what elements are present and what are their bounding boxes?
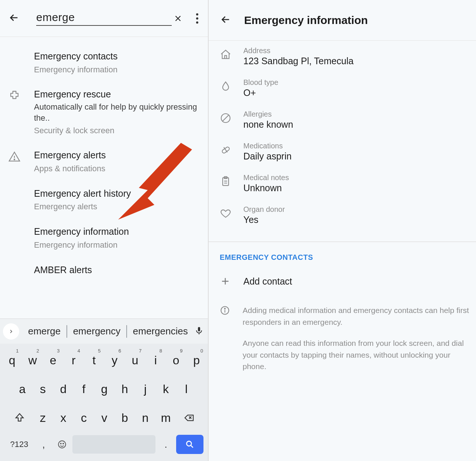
shift-key[interactable] (7, 403, 32, 432)
section-emergency-contacts: EMERGENCY CONTACTS (209, 253, 476, 262)
info-address[interactable]: Address 123 Sandbag Pl, Temecula (209, 41, 476, 72)
info-medical-notes[interactable]: Medical notes Unknown (209, 168, 476, 199)
search-header: emerge (0, 0, 208, 37)
result-emergency-information[interactable]: Emergency information Emergency informat… (0, 219, 208, 257)
key-l[interactable]: l (176, 375, 197, 403)
info-label: Blood type (243, 78, 465, 87)
svg-point-3 (58, 441, 66, 448)
svg-point-6 (186, 441, 191, 446)
key-e[interactable]: e3 (43, 346, 64, 375)
result-sub: Emergency information (34, 64, 200, 75)
clear-icon[interactable] (172, 14, 184, 23)
backspace-key[interactable] (176, 403, 202, 432)
hint-block: Adding medical information and emergency… (209, 293, 476, 382)
result-title: AMBER alerts (34, 264, 200, 276)
info-medications[interactable]: Medications Daily asprin (209, 136, 476, 168)
svg-point-5 (63, 443, 64, 444)
key-q[interactable]: q1 (2, 346, 23, 375)
no-icon (220, 110, 243, 125)
period-key[interactable]: . (158, 439, 174, 450)
key-z[interactable]: z (32, 403, 53, 432)
medical-icon (8, 88, 34, 102)
result-alert-history[interactable]: Emergency alert history Emergency alerts (0, 181, 208, 219)
svg-rect-2 (198, 327, 200, 331)
key-a[interactable]: a (12, 375, 33, 403)
heart-icon (220, 205, 243, 221)
key-p[interactable]: p0 (186, 346, 207, 375)
key-g[interactable]: g (94, 375, 115, 403)
key-x[interactable]: x (53, 403, 74, 432)
info-allergies[interactable]: Allergies none known (209, 104, 476, 136)
space-key[interactable] (72, 435, 155, 454)
comma-key[interactable]: , (35, 439, 52, 450)
info-label: Organ donor (243, 205, 465, 214)
result-sub: Security & lock screen (34, 125, 200, 136)
back-icon[interactable] (8, 12, 20, 25)
svg-point-0 (14, 159, 15, 160)
info-value: Unknown (243, 183, 465, 193)
search-input[interactable]: emerge (36, 11, 172, 26)
key-d[interactable]: d (53, 375, 74, 403)
info-value: O+ (243, 87, 465, 98)
info-label: Allergies (243, 110, 465, 118)
more-icon[interactable] (193, 13, 201, 24)
info-label: Medications (243, 142, 465, 150)
emergency-info-pane: Emergency information Address 123 Sandba… (209, 0, 476, 461)
hint-text-1: Adding medical information and emergency… (243, 305, 471, 328)
key-i[interactable]: i8 (145, 346, 166, 375)
key-k[interactable]: k (155, 375, 176, 403)
info-value: 123 Sandbag Pl, Temecula (243, 56, 465, 66)
key-row-2: a s d f g h j k l (1, 375, 207, 403)
key-y[interactable]: y6 (105, 346, 125, 375)
key-b[interactable]: b (114, 403, 135, 432)
suggestion-3[interactable]: emergencies (127, 324, 194, 338)
key-row-4: ?123 , . (1, 432, 207, 458)
search-key[interactable] (176, 435, 203, 454)
key-w[interactable]: w2 (23, 346, 43, 375)
key-r[interactable]: r4 (64, 346, 84, 375)
key-j[interactable]: j (135, 375, 156, 403)
result-emergency-contacts[interactable]: Emergency contacts Emergency information (0, 44, 208, 82)
key-u[interactable]: u7 (125, 346, 145, 375)
info-label: Medical notes (243, 173, 465, 182)
key-h[interactable]: h (114, 375, 135, 403)
result-title: Emergency alert history (34, 188, 200, 200)
key-o[interactable]: o9 (166, 346, 186, 375)
result-title: Emergency information (34, 226, 200, 238)
result-title: Emergency contacts (34, 50, 200, 63)
settings-search-pane: emerge Emergency contacts Emergency info… (0, 0, 209, 461)
svg-point-12 (225, 308, 225, 309)
keyboard: emerge emergency emergencies q1 w2 e3 r4… (0, 319, 209, 461)
symbols-key[interactable]: ?123 (5, 440, 33, 449)
info-value: none known (243, 119, 465, 130)
key-c[interactable]: c (73, 403, 94, 432)
key-n[interactable]: n (135, 403, 156, 432)
add-contact-button[interactable]: Add contact (209, 262, 476, 293)
result-title: Emergency alerts (34, 149, 200, 162)
result-desc: Automatically call for help by quickly p… (34, 102, 200, 123)
key-m[interactable]: m (155, 403, 176, 432)
key-f[interactable]: f (73, 375, 94, 403)
result-sub: Apps & notifications (34, 163, 200, 174)
suggestion-2[interactable]: emergency (67, 324, 127, 338)
back-icon[interactable] (220, 14, 232, 27)
mic-icon[interactable] (195, 326, 203, 337)
key-row-3: z x c v b n m (1, 403, 207, 432)
result-emergency-alerts[interactable]: Emergency alerts Apps & notifications (0, 142, 208, 180)
info-blood-type[interactable]: Blood type O+ (209, 72, 476, 104)
info-organ-donor[interactable]: Organ donor Yes (209, 199, 476, 231)
result-sub: Emergency information (34, 240, 200, 251)
emoji-key[interactable] (54, 440, 70, 449)
info-label: Address (243, 47, 465, 55)
suggestion-1[interactable]: emerge (22, 324, 66, 338)
svg-point-4 (61, 443, 61, 444)
expand-suggestions-icon[interactable] (3, 323, 19, 340)
key-v[interactable]: v (94, 403, 115, 432)
result-emergency-rescue[interactable]: Emergency rescue Automatically call for … (0, 82, 208, 142)
warning-icon (8, 149, 34, 163)
result-amber-alerts[interactable]: AMBER alerts (0, 257, 208, 276)
info-value: Yes (243, 214, 465, 225)
key-s[interactable]: s (32, 375, 53, 403)
key-t[interactable]: t5 (84, 346, 105, 375)
result-sub: Emergency alerts (34, 201, 200, 212)
